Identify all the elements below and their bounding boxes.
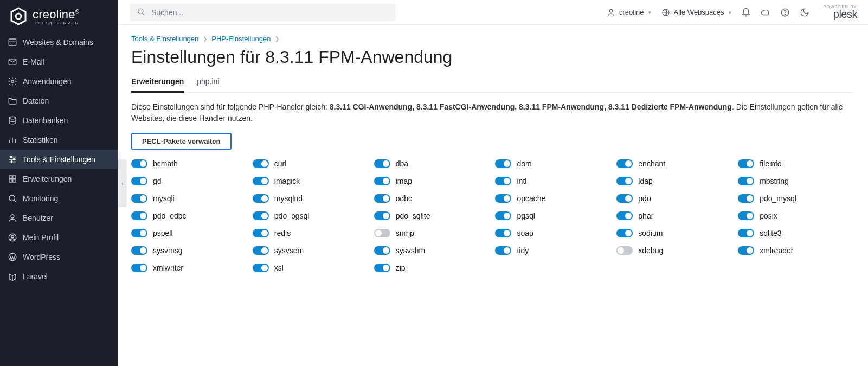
toggle-redis[interactable] xyxy=(253,229,269,237)
svg-point-25 xyxy=(138,9,143,14)
toggle-bcmath[interactable] xyxy=(131,159,147,168)
toggle-posix[interactable] xyxy=(738,211,754,220)
sidebar-item-profile[interactable]: Mein Profil xyxy=(0,228,118,247)
breadcrumb: Tools & Einstellungen ❯ PHP-Einstellunge… xyxy=(131,35,853,43)
collapse-sidebar-button[interactable]: ‹ xyxy=(118,159,127,207)
cloud-icon[interactable] xyxy=(761,8,770,17)
toggle-pdo_mysql[interactable] xyxy=(738,194,754,203)
toggle-sodium[interactable] xyxy=(616,229,633,237)
svg-rect-17 xyxy=(9,179,12,182)
toggle-xdebug[interactable] xyxy=(616,246,633,255)
sidebar-item-statistics[interactable]: Statistiken xyxy=(0,130,118,150)
breadcrumb-link-php[interactable]: PHP-Einstellungen xyxy=(211,35,271,43)
toggle-dba[interactable] xyxy=(374,159,390,168)
globe-icon xyxy=(661,8,671,17)
toggle-mysqli[interactable] xyxy=(131,194,147,203)
toggle-sysvmsg[interactable] xyxy=(131,246,147,255)
help-icon[interactable] xyxy=(780,8,790,17)
logo-icon xyxy=(9,7,28,26)
sidebar-item-tools[interactable]: Tools & Einstellungen xyxy=(0,150,118,169)
sidebar-item-label: Statistiken xyxy=(23,136,58,144)
toggle-sysvshm[interactable] xyxy=(374,246,390,255)
sidebar-item-label: WordPress xyxy=(23,253,60,261)
toggle-odbc[interactable] xyxy=(374,194,390,203)
manage-pecl-button[interactable]: PECL-Pakete verwalten xyxy=(131,133,232,150)
svg-point-19 xyxy=(9,195,15,201)
scope-menu[interactable]: Alle Webspaces ▾ xyxy=(661,8,731,17)
toggle-mbstring[interactable] xyxy=(738,177,754,185)
ext-label: pdo_mysql xyxy=(760,194,796,203)
sidebar-item-files[interactable]: Dateien xyxy=(0,91,118,111)
toggle-pdo_odbc[interactable] xyxy=(131,211,147,220)
toggle-enchant[interactable] xyxy=(616,159,633,168)
sidebar-item-websites-domains[interactable]: Websites & Domains xyxy=(0,33,118,52)
theme-icon[interactable] xyxy=(800,8,809,17)
toggle-fileinfo[interactable] xyxy=(738,159,754,168)
toggle-snmp[interactable] xyxy=(374,229,390,237)
toggle-gd[interactable] xyxy=(131,177,147,185)
sidebar-item-label: Benutzer xyxy=(23,214,53,222)
ext-label: sysvsem xyxy=(274,246,304,255)
sidebar-item-extensions[interactable]: Erweiterungen xyxy=(0,169,118,189)
toggle-pdo_pgsql[interactable] xyxy=(253,211,269,220)
toggle-intl[interactable] xyxy=(495,177,511,185)
ext-ldap: ldap xyxy=(616,177,731,185)
toggle-ldap[interactable] xyxy=(616,177,633,185)
sidebar-item-monitoring[interactable]: Monitoring xyxy=(0,189,118,208)
powered-by-plesk[interactable]: POWERED BY plesk xyxy=(824,5,857,20)
toggle-mysqlnd[interactable] xyxy=(253,194,269,203)
toggle-pspell[interactable] xyxy=(131,229,147,237)
toggle-sysvsem[interactable] xyxy=(253,246,269,255)
logo[interactable]: creoline® PLESK SERVER xyxy=(0,0,118,33)
toggle-tidy[interactable] xyxy=(495,246,511,255)
toggle-opcache[interactable] xyxy=(495,194,511,203)
ext-gd: gd xyxy=(131,177,246,185)
ext-pdo_mysql: pdo_mysql xyxy=(738,194,853,203)
ext-pdo_pgsql: pdo_pgsql xyxy=(253,211,368,220)
svg-point-0 xyxy=(16,14,21,19)
ext-label: pgsql xyxy=(517,211,535,220)
sidebar-item-label: Websites & Domains xyxy=(23,38,93,47)
tab-extensions[interactable]: Erweiterungen xyxy=(131,77,184,93)
ext-dom: dom xyxy=(495,159,610,168)
ext-label: gd xyxy=(153,177,162,185)
ext-snmp: snmp xyxy=(374,229,489,237)
sidebar-item-wordpress[interactable]: WordPress xyxy=(0,247,118,267)
toggle-sqlite3[interactable] xyxy=(738,229,754,237)
sidebar-item-laravel[interactable]: Laravel xyxy=(0,267,118,286)
toggle-xsl[interactable] xyxy=(253,264,269,272)
toggle-imap[interactable] xyxy=(374,177,390,185)
ext-xmlwriter: xmlwriter xyxy=(131,264,246,272)
sidebar-item-users[interactable]: Benutzer xyxy=(0,208,118,228)
sidebar-item-databases[interactable]: Datenbanken xyxy=(0,111,118,130)
ext-label: enchant xyxy=(638,159,665,168)
intro-text: Diese Einstellungen sind für folgende PH… xyxy=(131,101,853,124)
toggle-pdo[interactable] xyxy=(616,194,633,203)
toggle-dom[interactable] xyxy=(495,159,511,168)
toggle-curl[interactable] xyxy=(253,159,269,168)
tab-phpini[interactable]: php.ini xyxy=(197,77,219,92)
toggle-pgsql[interactable] xyxy=(495,211,511,220)
toggle-zip[interactable] xyxy=(374,264,390,272)
bell-icon[interactable] xyxy=(741,8,751,17)
toggle-soap[interactable] xyxy=(495,229,511,237)
sidebar-item-email[interactable]: E-Mail xyxy=(0,52,118,72)
search-input[interactable] xyxy=(130,4,396,21)
sidebar-item-label: Tools & Einstellungen xyxy=(23,155,95,164)
breadcrumb-link-tools[interactable]: Tools & Einstellungen xyxy=(131,35,198,43)
ext-sysvsem: sysvsem xyxy=(253,246,368,255)
ext-label: redis xyxy=(274,229,291,237)
ext-label: odbc xyxy=(396,194,412,203)
extensions-grid: bcmathcurldbadomenchantfileinfogdimagick… xyxy=(131,159,853,272)
toggle-pdo_sqlite[interactable] xyxy=(374,211,390,220)
toggle-phar[interactable] xyxy=(616,211,633,220)
ext-label: zip xyxy=(396,264,406,272)
ext-label: imagick xyxy=(274,177,300,185)
toggle-imagick[interactable] xyxy=(253,177,269,185)
ext-bcmath: bcmath xyxy=(131,159,246,168)
toggle-xmlwriter[interactable] xyxy=(131,264,147,272)
toggle-xmlreader[interactable] xyxy=(738,246,754,255)
ext-mysqli: mysqli xyxy=(131,194,246,203)
sidebar-item-applications[interactable]: Anwendungen xyxy=(0,72,118,91)
user-menu[interactable]: creoline ▾ xyxy=(606,8,651,17)
